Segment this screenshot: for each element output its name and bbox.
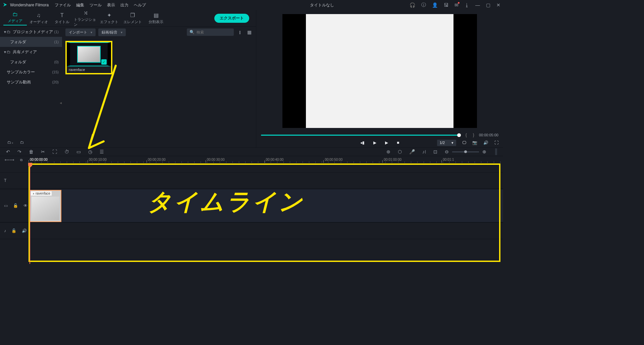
video-track[interactable]: ▭ 🔓 👁 ravenface: [0, 189, 503, 222]
media-item-label: ravenface: [67, 66, 111, 73]
zoom-in-icon[interactable]: ⊕: [482, 149, 486, 154]
sidebar-item-folder[interactable]: フォルダ(1): [0, 37, 62, 47]
filter-icon[interactable]: ⫿: [236, 29, 243, 35]
media-toolbar: インポート▾ 録画/録音▾ 🔍 ⫿ ▦: [62, 27, 256, 38]
tab-audio[interactable]: ♫オーディオ: [27, 12, 50, 24]
menu-output[interactable]: 出力: [120, 2, 128, 8]
save-icon[interactable]: 🖫: [444, 2, 448, 8]
redo-icon[interactable]: ↷: [17, 149, 21, 154]
download-icon[interactable]: ⭳: [465, 2, 469, 8]
tab-title[interactable]: Tタイトル: [50, 12, 74, 24]
volume-icon[interactable]: 🔊: [483, 140, 488, 145]
next-frame-icon[interactable]: ▶: [385, 140, 388, 145]
playhead[interactable]: [30, 163, 30, 264]
tab-transition[interactable]: ⤭トランジション: [74, 10, 97, 27]
account-icon[interactable]: 👤: [432, 2, 438, 8]
menu-help[interactable]: ヘルプ: [134, 2, 146, 8]
eye-icon[interactable]: 👁: [23, 203, 28, 208]
timeline-scale-icon[interactable]: [495, 148, 497, 155]
play-icon[interactable]: ▶: [373, 140, 376, 145]
prev-frame-icon[interactable]: ◂▮: [360, 140, 365, 145]
playhead-time: 00:00:00:00: [30, 158, 48, 161]
notification-icon[interactable]: ✉: [454, 2, 459, 8]
crop-icon[interactable]: ⛶: [52, 149, 57, 154]
color-icon[interactable]: ▭: [76, 149, 81, 154]
timeline-toolbar: ↶ ↷ 🗑 ✂ ⛶ ⏱ ▭ ◷ ☰ ⊛ ⬡ 🎤 ♪⁞ ⊡ ⊖ ⊕: [0, 147, 503, 156]
grid-view-icon[interactable]: ▦: [246, 29, 253, 35]
svg-marker-0: [3, 3, 7, 6]
window-minimize-icon[interactable]: ―: [475, 2, 480, 8]
link-icon[interactable]: ⧉: [20, 158, 22, 162]
snapshot-icon[interactable]: 📷: [472, 140, 477, 145]
sidebar-item-project-media[interactable]: ▼🗀プロジェクトメディア(1): [0, 27, 62, 37]
timeline-ruler[interactable]: ⟵⟶ ⧉ 00:00:00:00 00:00:10:00 00:00:20:00…: [0, 156, 503, 163]
timeline[interactable]: タイムライン T ▭ 🔓 👁 ravenface ♪ 🔓 🔊: [0, 163, 503, 264]
zoom-slider[interactable]: [452, 151, 479, 152]
text-track[interactable]: T: [0, 172, 503, 189]
folder-icon: 🗀: [7, 29, 13, 34]
record-dropdown[interactable]: 録画/録音▾: [98, 28, 126, 36]
tab-effect[interactable]: ✦エフェクト: [97, 12, 121, 24]
preview-scrubber[interactable]: [261, 135, 461, 136]
new-folder-icon[interactable]: 🗀₊: [7, 140, 13, 145]
chevron-down-icon: ▾: [121, 30, 122, 34]
media-grid: ✓ ravenface: [62, 38, 256, 137]
tab-media[interactable]: 🗀メディア: [3, 11, 27, 25]
window-close-icon[interactable]: ✕: [496, 2, 500, 8]
menu-view[interactable]: 表示: [107, 2, 115, 8]
sidebar-item-sample-color[interactable]: サンプルカラー(15): [0, 67, 62, 77]
project-title: タイトルなし: [310, 2, 334, 8]
zoom-out-icon[interactable]: ⊖: [445, 149, 449, 154]
monitor-icon[interactable]: 🖵: [462, 140, 466, 145]
sidebar-item-shared-media[interactable]: ▼🗀共有メディア: [0, 47, 62, 57]
folder-icon: 🗀: [7, 50, 13, 54]
sidebar-item-sample-video[interactable]: サンプル動画(20): [0, 77, 62, 87]
text-icon: T: [60, 12, 64, 18]
timeline-nav-icon[interactable]: ⟵⟶: [5, 158, 14, 162]
speaker-icon[interactable]: 🔊: [22, 228, 27, 233]
marker-icon[interactable]: ⬡: [398, 149, 402, 154]
music-icon: ♫: [37, 12, 41, 18]
preview-image: [306, 14, 453, 128]
menu-tool[interactable]: ツール: [90, 2, 102, 8]
preview-duration: 00:00:05:00: [479, 133, 498, 137]
audio-track[interactable]: ♪ 🔓 🔊: [0, 222, 503, 239]
open-folder-icon[interactable]: 🗀: [20, 140, 24, 145]
app-name: Wondershare Filmora: [10, 3, 49, 7]
audio-mix-icon[interactable]: ♪⁞: [422, 149, 426, 154]
import-dropdown[interactable]: インポート▾: [65, 28, 96, 36]
preview-ratio-dropdown[interactable]: 1/2▾: [437, 140, 456, 146]
render-icon[interactable]: ⊛: [386, 149, 390, 154]
delete-icon[interactable]: 🗑: [29, 149, 34, 154]
sidebar-item-shared-folder[interactable]: フォルダ(0): [0, 57, 62, 67]
tab-split[interactable]: ▤分割表示: [144, 12, 168, 24]
fullscreen-icon[interactable]: ⛶: [494, 140, 498, 145]
media-item-ravenface[interactable]: ✓ ravenface: [65, 41, 112, 74]
cut-icon[interactable]: ✂: [41, 149, 45, 154]
speed-icon[interactable]: ⏱: [64, 149, 69, 154]
keyframe-icon[interactable]: ⊡: [433, 149, 437, 154]
voiceover-icon[interactable]: 🎤: [409, 149, 415, 154]
split-icon: ▤: [154, 12, 159, 18]
menu-edit[interactable]: 編集: [76, 2, 84, 8]
lock-icon[interactable]: 🔓: [13, 203, 18, 208]
info-icon[interactable]: ⓘ: [421, 2, 426, 8]
tab-element[interactable]: ❐エレメント: [121, 12, 144, 24]
preview-area[interactable]: [256, 10, 503, 132]
clip-thumbnail: [32, 197, 59, 220]
settings-icon[interactable]: ☰: [100, 149, 104, 154]
chevron-down-icon: ▾: [451, 141, 453, 145]
media-thumbnail: [77, 46, 101, 63]
window-maximize-icon[interactable]: ▢: [486, 2, 490, 8]
export-button[interactable]: エクスポート: [214, 14, 249, 23]
tab-row: 🗀メディア ♫オーディオ Tタイトル ⤭トランジション ✦エフェクト ❐エレメン…: [0, 10, 256, 27]
search-input[interactable]: 🔍: [187, 28, 234, 36]
undo-icon[interactable]: ↶: [6, 149, 10, 154]
menu-file[interactable]: ファイル: [55, 2, 71, 8]
support-icon[interactable]: 🎧: [410, 2, 415, 8]
lock-icon[interactable]: 🔓: [11, 228, 16, 233]
sidebar-collapse-icon[interactable]: ◂: [60, 100, 62, 105]
stop-icon[interactable]: ■: [397, 140, 399, 145]
timeline-clip-ravenface[interactable]: ravenface: [30, 190, 61, 222]
duration-icon[interactable]: ◷: [88, 149, 92, 154]
